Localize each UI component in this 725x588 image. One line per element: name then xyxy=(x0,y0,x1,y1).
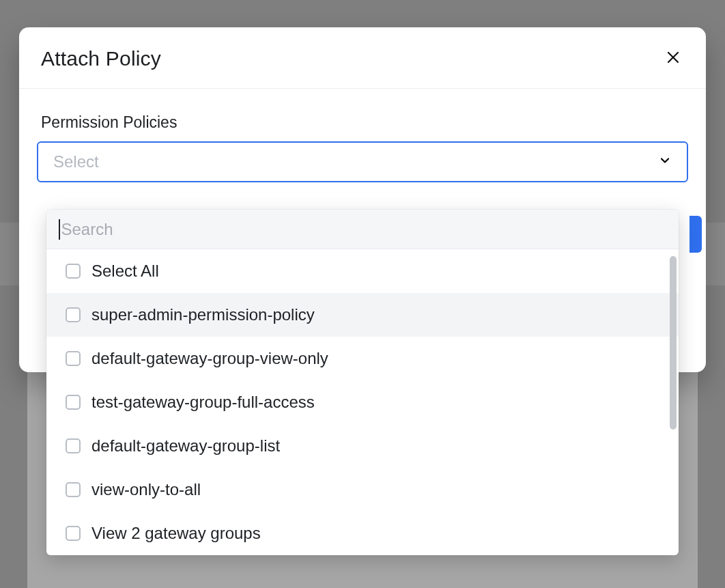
checkbox[interactable] xyxy=(66,438,81,453)
close-icon xyxy=(665,49,681,68)
policy-option[interactable]: default-gateway-group-view-only xyxy=(46,337,679,380)
policies-dropdown: Select All super-admin-permission-policy… xyxy=(46,210,679,555)
select-placeholder: Select xyxy=(53,152,99,171)
select-all-label: Select All xyxy=(91,262,159,281)
dropdown-scrollbar[interactable] xyxy=(670,256,677,430)
permission-policies-label: Permission Policies xyxy=(41,113,688,132)
policy-option-label: default-gateway-group-list xyxy=(91,436,280,456)
submit-button-edge[interactable] xyxy=(690,216,702,253)
chevron-down-icon xyxy=(658,154,672,170)
checkbox[interactable] xyxy=(66,351,81,366)
text-cursor xyxy=(59,219,60,240)
policy-option[interactable]: default-gateway-group-list xyxy=(46,424,679,468)
policy-option[interactable]: view-only-to-all xyxy=(46,468,679,512)
policy-option-label: View 2 gateway groups xyxy=(91,524,261,543)
modal-title: Attach Policy xyxy=(41,47,161,70)
select-all-option[interactable]: Select All xyxy=(46,249,679,293)
policy-option-label: view-only-to-all xyxy=(91,480,201,499)
checkbox[interactable] xyxy=(66,526,81,541)
dropdown-search-row xyxy=(46,210,679,249)
policy-option-label: super-admin-permission-policy xyxy=(91,305,315,324)
policy-option-label: test-gateway-group-full-access xyxy=(91,393,315,412)
checkbox[interactable] xyxy=(66,482,81,497)
policy-option-label: default-gateway-group-view-only xyxy=(91,349,328,368)
permission-policies-select[interactable]: Select xyxy=(37,141,688,182)
close-button[interactable] xyxy=(662,46,684,70)
policy-option[interactable]: super-admin-permission-policy xyxy=(46,293,679,337)
policy-option[interactable]: test-gateway-group-full-access xyxy=(46,380,679,424)
checkbox[interactable] xyxy=(66,307,81,322)
checkbox[interactable] xyxy=(66,264,81,279)
dropdown-options-container: Select All super-admin-permission-policy… xyxy=(46,249,679,555)
policy-option[interactable]: View 2 gateway groups xyxy=(46,512,679,555)
modal-header: Attach Policy xyxy=(19,27,706,89)
checkbox[interactable] xyxy=(66,395,81,410)
dropdown-search-input[interactable] xyxy=(61,220,667,239)
dropdown-options-list: Select All super-admin-permission-policy… xyxy=(46,249,679,555)
